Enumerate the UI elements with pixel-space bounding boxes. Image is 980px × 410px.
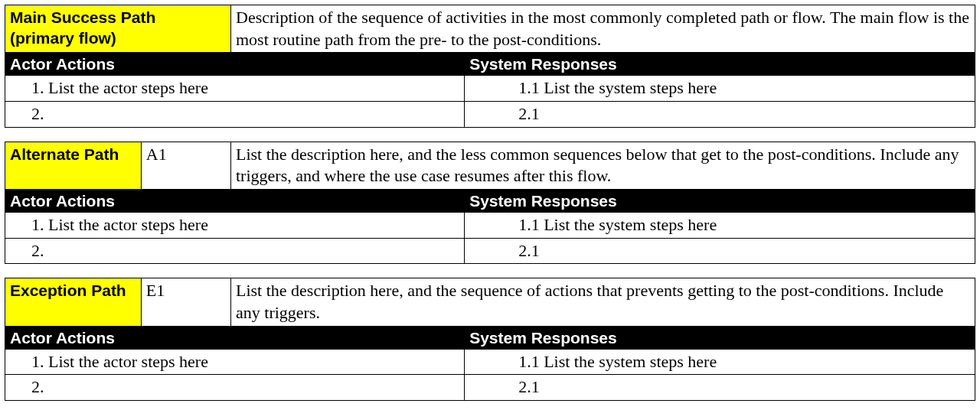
exception-actor-header: Actor Actions [5,326,465,349]
alternate-column-header-row: Actor Actions System Responses [5,189,975,212]
main-success-path-table: Main Success Path (primary flow) Descrip… [5,5,975,128]
alternate-system-step-1: 1.1 List the system steps here [465,213,975,239]
alternate-description-cell: List the description here, and the less … [231,142,975,189]
main-system-header: System Responses [465,53,975,76]
alternate-step-row-1: 1. List the actor steps here 1.1 List th… [5,213,975,239]
exception-system-header: System Responses [465,326,975,349]
exception-actor-step-1: 1. List the actor steps here [5,349,465,375]
main-actor-header: Actor Actions [5,53,465,76]
exception-step-row-2: 2. 2.1 [5,375,975,401]
exception-column-header-row: Actor Actions System Responses [5,326,975,349]
alternate-header-row: Alternate Path A1 List the description h… [5,142,975,189]
alternate-code-cell: A1 [141,142,230,189]
main-header-row: Main Success Path (primary flow) Descrip… [5,5,975,53]
exception-title-cell: Exception Path [5,278,142,326]
exception-actor-step-2: 2. [5,375,465,401]
alternate-step-row-2: 2. 2.1 [5,238,975,264]
main-title-line1: Main Success Path [10,8,155,26]
main-column-header-row: Actor Actions System Responses [5,53,975,76]
exception-path-table: Exception Path E1 List the description h… [5,278,975,401]
exception-header-row: Exception Path E1 List the description h… [5,278,975,326]
exception-step-row-1: 1. List the actor steps here 1.1 List th… [5,349,975,375]
alternate-actor-header: Actor Actions [5,189,465,212]
alternate-path-table: Alternate Path A1 List the description h… [5,142,975,265]
alternate-actor-step-2: 2. [5,238,465,264]
main-system-step-1: 1.1 List the system steps here [465,76,975,102]
main-step-row-2: 2. 2.1 [5,102,975,128]
main-description-cell: Description of the sequence of activitie… [231,5,975,53]
exception-system-step-1: 1.1 List the system steps here [465,349,975,375]
alternate-system-header: System Responses [465,189,975,212]
main-title-line2: (primary flow) [10,29,116,47]
exception-code-cell: E1 [141,278,230,326]
exception-description-cell: List the description here, and the seque… [231,278,975,326]
main-actor-step-1: 1. List the actor steps here [5,76,465,102]
alternate-actor-step-1: 1. List the actor steps here [5,213,465,239]
alternate-system-step-2: 2.1 [465,238,975,264]
main-title-cell: Main Success Path (primary flow) [5,5,231,53]
main-system-step-2: 2.1 [465,102,975,128]
main-actor-step-2: 2. [5,102,465,128]
main-step-row-1: 1. List the actor steps here 1.1 List th… [5,76,975,102]
exception-system-step-2: 2.1 [465,375,975,401]
alternate-title-cell: Alternate Path [5,142,142,189]
